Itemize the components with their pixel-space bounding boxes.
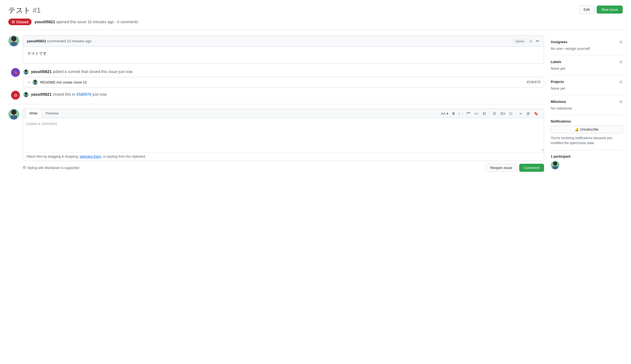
issue-number: #1 bbox=[33, 6, 41, 14]
svg-point-3 bbox=[11, 36, 17, 41]
meta-action: opened this issue bbox=[56, 20, 87, 24]
main-content: yasui05821 commented 10 minutes ago Owne… bbox=[8, 35, 623, 175]
commit-arrow-icon: ⇢ bbox=[27, 80, 30, 84]
labels-value: None yet bbox=[551, 66, 623, 71]
projects-title: Projects bbox=[551, 80, 564, 84]
timeline: yasui05821 commented 10 minutes ago Owne… bbox=[8, 35, 544, 175]
close-event-content: yasui05821 closed this in 45d6978 just n… bbox=[23, 91, 544, 97]
comment-thread: yasui05821 commented 10 minutes ago Owne… bbox=[8, 35, 544, 64]
attach-text: Attach files by dragging & dropping, bbox=[26, 155, 80, 158]
page-header: テスト #1 Edit New issue bbox=[8, 6, 623, 15]
editor-footer: Attach files by dragging & dropping, sel… bbox=[23, 152, 544, 161]
comment-textarea[interactable] bbox=[23, 118, 544, 151]
toolbar-reply-btn[interactable]: ↩ bbox=[518, 111, 524, 116]
markdown-hint-text: Styling with Markdown is supported bbox=[27, 166, 79, 170]
close-commit-sha[interactable]: 45d6978 bbox=[76, 92, 91, 97]
svg-point-22 bbox=[11, 110, 17, 115]
sidebar-notifications: Notifications 🔔 Unsubscribe You're recei… bbox=[551, 115, 623, 150]
attach-link[interactable]: selecting them bbox=[80, 155, 101, 158]
comment-editor: Write Preview AA ▾ B i ❝❞ <> ⛓ ☰ bbox=[8, 109, 544, 172]
comment-author: yasui05821 bbox=[27, 39, 46, 43]
svg-rect-10 bbox=[25, 72, 28, 74]
emoji-button[interactable]: ☺ bbox=[528, 38, 534, 44]
toolbar-font-btn[interactable]: AA ▾ bbox=[440, 111, 449, 116]
commit-event-content: yasui05821 added a commit that closed th… bbox=[23, 68, 544, 87]
toolbar-bullet-btn[interactable]: ☰ bbox=[492, 111, 497, 116]
sidebar-participants: 1 participant bbox=[551, 150, 623, 175]
sidebar-milestone: Milestone ⚙ No milestone bbox=[551, 95, 623, 115]
assignees-gear[interactable]: ⚙ bbox=[619, 40, 623, 44]
commenter-avatar bbox=[8, 35, 19, 46]
notifications-description: You're receiving notifications because y… bbox=[551, 136, 623, 145]
toolbar-sep-3 bbox=[516, 111, 516, 116]
participant-count: 1 participant bbox=[551, 155, 623, 158]
commit-mini-avatar bbox=[32, 79, 38, 85]
closed-label: Closed bbox=[16, 20, 28, 24]
commit-message: README.md create close #1 bbox=[40, 80, 87, 84]
assignees-value[interactable]: No one—assign yourself bbox=[551, 46, 623, 51]
unsubscribe-button[interactable]: 🔔 Unsubscribe bbox=[551, 126, 623, 133]
milestone-gear[interactable]: ⚙ bbox=[619, 100, 623, 104]
closed-event-icon: ⊘ bbox=[11, 91, 20, 100]
labels-gear[interactable]: ⚙ bbox=[619, 60, 623, 64]
toolbar-quote-btn[interactable]: ❝❞ bbox=[465, 111, 471, 116]
meta-comments: 0 comments bbox=[117, 20, 138, 24]
comment-box: yasui05821 commented 10 minutes ago Owne… bbox=[23, 35, 544, 64]
svg-rect-25 bbox=[11, 115, 17, 119]
comment-action: commented bbox=[47, 39, 67, 43]
action-buttons-right: Reopen issue Comment bbox=[485, 164, 544, 172]
svg-point-4 bbox=[12, 40, 13, 41]
editor-box: Write Preview AA ▾ B i ❝❞ <> ⛓ ☰ bbox=[23, 109, 544, 161]
new-issue-button[interactable]: New issue bbox=[597, 6, 623, 14]
commit-sha[interactable]: 45d6978 bbox=[526, 80, 541, 84]
sidebar-labels: Labels ⚙ None yet bbox=[551, 55, 623, 75]
commit-event-text: yasui05821 added a commit that closed th… bbox=[23, 69, 544, 75]
commit-filename: README.md bbox=[40, 80, 61, 84]
toolbar-mention-btn[interactable]: @ bbox=[525, 111, 531, 116]
edit-button[interactable]: Edit bbox=[579, 6, 594, 14]
commit-event-time: just now bbox=[118, 69, 133, 74]
header-buttons: Edit New issue bbox=[579, 6, 623, 14]
markdown-icon: Ⓜ bbox=[23, 165, 26, 170]
editor-tabs: Write Preview AA ▾ B i ❝❞ <> ⛓ ☰ bbox=[23, 109, 544, 118]
edit-comment-button[interactable]: ✏ bbox=[535, 38, 540, 44]
editor-tabs-left: Write Preview bbox=[25, 109, 62, 118]
assignees-title: Assignees bbox=[551, 40, 567, 44]
milestone-title: Milestone bbox=[551, 100, 566, 104]
sidebar: Assignees ⚙ No one—assign yourself Label… bbox=[551, 35, 623, 175]
svg-point-5 bbox=[14, 40, 15, 41]
comment-time: 10 minutes ago bbox=[67, 39, 92, 43]
comment-header-right: Owner ☺ ✏ bbox=[513, 38, 540, 44]
meta-time: 10 minutes ago bbox=[87, 20, 114, 24]
toolbar-bold-btn[interactable]: B bbox=[451, 111, 456, 116]
projects-value: None yet bbox=[551, 86, 623, 90]
editor-toolbar: AA ▾ B i ❝❞ <> ⛓ ☰ ☰# ☑ ↩ bbox=[438, 110, 542, 117]
toolbar-code-btn[interactable]: <> bbox=[473, 111, 479, 116]
issue-meta: ⊙ Closed yasui05821 opened this issue 10… bbox=[8, 19, 623, 30]
meta-text: yasui05821 opened this issue 10 minutes … bbox=[34, 20, 138, 24]
close-action-prefix: closed this in bbox=[53, 92, 76, 97]
closed-icon: ⊙ bbox=[12, 20, 15, 24]
editor-container: Write Preview AA ▾ B i ❝❞ <> ⛓ ☰ bbox=[23, 109, 544, 172]
svg-point-17 bbox=[25, 92, 27, 95]
toolbar-numbered-btn[interactable]: ☰# bbox=[499, 111, 506, 116]
toolbar-link-btn[interactable]: ⛓ bbox=[481, 111, 487, 116]
labels-title: Labels bbox=[551, 60, 561, 64]
tab-preview[interactable]: Preview bbox=[42, 109, 62, 118]
close-event-author: yasui05821 bbox=[31, 92, 52, 97]
comment-text: テストです bbox=[27, 51, 47, 56]
tab-write[interactable]: Write bbox=[25, 109, 42, 118]
close-event: ⊘ yasui05821 closed this in 45d6978 bbox=[8, 91, 544, 100]
comment-button[interactable]: Comment bbox=[519, 164, 544, 172]
toolbar-reference-btn[interactable]: 🔖 bbox=[533, 111, 539, 116]
participant-avatar bbox=[551, 161, 560, 170]
toolbar-sep-1 bbox=[463, 111, 463, 116]
owner-badge: Owner bbox=[513, 39, 526, 43]
editor-actions: Ⓜ Styling with Markdown is supported Reo… bbox=[23, 164, 544, 172]
svg-rect-18 bbox=[25, 95, 28, 97]
reopen-issue-button[interactable]: Reopen issue bbox=[485, 164, 517, 172]
projects-gear[interactable]: ⚙ bbox=[619, 80, 623, 84]
toolbar-italic-btn[interactable]: i bbox=[457, 111, 461, 116]
toolbar-checklist-btn[interactable]: ☑ bbox=[508, 111, 514, 116]
comment-header-left: yasui05821 commented 10 minutes ago bbox=[27, 39, 91, 43]
